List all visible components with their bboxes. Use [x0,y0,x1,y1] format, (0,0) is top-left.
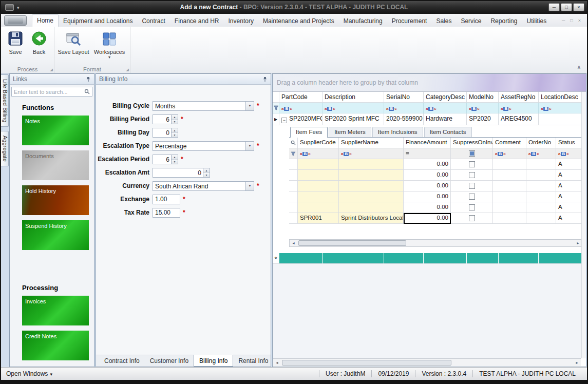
filter-cell[interactable] [404,148,451,159]
ribbon-tab-procurement[interactable]: Procurement [387,15,432,27]
new-row-cell[interactable] [539,253,582,264]
back-button[interactable]: Back [28,30,50,55]
comment-cell[interactable] [493,213,526,224]
mdi-restore-icon[interactable]: □ [570,18,573,23]
financeamount-cell[interactable]: 0.00 [404,202,451,213]
tab-item-contacts[interactable]: Item Contacts [424,127,472,137]
new-row-cell[interactable] [384,253,424,264]
mdi-close-icon[interactable]: × [578,18,581,23]
suppliername-cell[interactable] [339,170,404,181]
detail-row-selected[interactable]: SPR001 Sprint Distributors Local 0.00 A [289,213,582,224]
quick-access-toolbar[interactable] [5,4,20,11]
column-header-partcode[interactable]: PartCode [279,92,323,103]
suppressoninvoice-cell[interactable] [451,191,493,202]
status-cell[interactable]: A [556,181,582,191]
group-by-bar[interactable]: Drag a column header here to group by th… [273,74,586,92]
open-windows-button[interactable]: Open Windows [6,370,52,377]
suppliername-cell[interactable] [339,159,404,170]
filter-cell[interactable] [467,103,499,113]
filter-cell[interactable] [279,103,323,113]
new-row-cell[interactable] [467,253,499,264]
modelno-cell[interactable]: SP2020 [467,113,499,125]
column-header-status[interactable]: Status [556,138,582,148]
locationdesc-cell[interactable] [539,113,582,125]
financeamount-cell[interactable]: 0.00 [404,191,451,202]
dialog-launcher-icon[interactable] [126,68,129,72]
suppliercode-cell[interactable] [298,181,339,191]
filter-cell[interactable] [526,148,556,159]
status-cell[interactable]: A [556,213,582,224]
comment-cell[interactable] [493,181,526,191]
checkbox-icon[interactable] [469,215,475,221]
tab-rental-info[interactable]: Rental Info [233,355,273,367]
checkbox-icon[interactable] [469,204,475,210]
scroll-thumb[interactable] [298,240,406,246]
column-header-suppliername[interactable]: SupplierName [339,138,404,148]
checkbox-icon[interactable] [469,194,475,200]
suppliercode-cell[interactable] [298,170,339,181]
new-row-cell[interactable] [323,253,384,264]
exchange-field[interactable] [153,195,180,204]
escalation-type-combo[interactable]: Percentage [153,141,254,151]
orderno-cell[interactable] [526,170,556,181]
column-header-orderno[interactable]: OrderNo [526,138,556,148]
tax-rate-field[interactable] [153,208,180,218]
tab-item-fees[interactable]: Item Fees [290,127,328,137]
filter-cell[interactable] [424,103,467,113]
maximize-button[interactable]: □ [561,3,572,11]
ribbon-tab-equipment-and-locations[interactable]: Equipment and Locations [59,15,137,27]
filter-cell[interactable] [384,103,424,113]
ribbon-tab-finance-and-hr[interactable]: Finance and HR [170,15,224,27]
suppliername-cell[interactable] [339,181,404,191]
dialog-launcher-icon[interactable] [50,68,53,72]
save-button[interactable]: Save [4,30,27,55]
status-cell[interactable]: A [556,191,582,202]
chevron-down-icon[interactable] [245,182,254,190]
new-row-cell[interactable] [279,253,323,264]
spin-down-icon[interactable] [203,173,210,177]
checkbox-icon[interactable] [469,161,475,167]
tab-contract-info[interactable]: Contract Info [99,355,145,367]
column-header-modelno[interactable]: ModelNo [467,92,499,103]
suspend-history-button[interactable]: Suspend History [22,220,89,250]
status-cell[interactable]: A [556,159,582,170]
suppliername-cell[interactable] [339,191,404,202]
comment-cell[interactable] [493,159,526,170]
suppliername-cell[interactable] [339,202,404,213]
spin-up-icon[interactable] [203,168,210,173]
suppressoninvoice-cell[interactable] [451,159,493,170]
suppliercode-cell[interactable] [298,191,339,202]
tab-billing-info[interactable]: Billing Info [194,355,233,367]
spin-down-icon[interactable] [172,133,178,137]
suppliercode-cell[interactable] [298,202,339,213]
filter-cell[interactable] [556,148,582,159]
filter-cell[interactable] [323,103,384,113]
minimize-button[interactable]: ─ [548,3,560,11]
detail-row[interactable]: 0.00 A [289,170,582,181]
close-button[interactable]: × [573,3,584,11]
status-cell[interactable]: A [556,170,582,181]
collapse-ribbon-icon[interactable] [577,64,581,70]
new-row-cell[interactable] [499,253,539,264]
financeamount-cell-focused[interactable]: 0.00 [404,213,451,224]
checkbox-icon[interactable] [469,172,475,178]
ribbon-tab-maintenance-and-projects[interactable]: Maintenance and Projects [258,15,339,27]
column-header-serialno[interactable]: SerialNo [384,92,424,103]
comment-cell[interactable] [493,191,526,202]
filter-cell[interactable] [451,148,493,159]
escalation-period-spinner[interactable]: 6 [153,155,178,164]
orderno-cell[interactable] [526,159,556,170]
suppliername-cell[interactable]: Sprint Distributors Local [339,213,404,224]
suppliercode-cell[interactable] [298,159,339,170]
spin-down-icon[interactable] [172,120,178,124]
workspaces-button[interactable]: Workspaces [92,30,126,60]
financeamount-cell[interactable]: 0.00 [404,159,451,170]
serialno-cell[interactable]: 2020-559900 [384,113,424,125]
mdi-minimize-icon[interactable]: ─ [562,18,565,23]
categorydesc-cell[interactable]: Hardware [424,113,467,125]
filter-cell[interactable] [539,103,582,113]
assetregno-cell[interactable]: AREG4500 [499,113,539,125]
grid-horizontal-scrollbar[interactable]: ◄ ► [273,358,581,366]
column-header-suppressoninvoice[interactable]: SuppressOnInvoice [451,138,493,148]
comment-cell[interactable] [493,170,526,181]
